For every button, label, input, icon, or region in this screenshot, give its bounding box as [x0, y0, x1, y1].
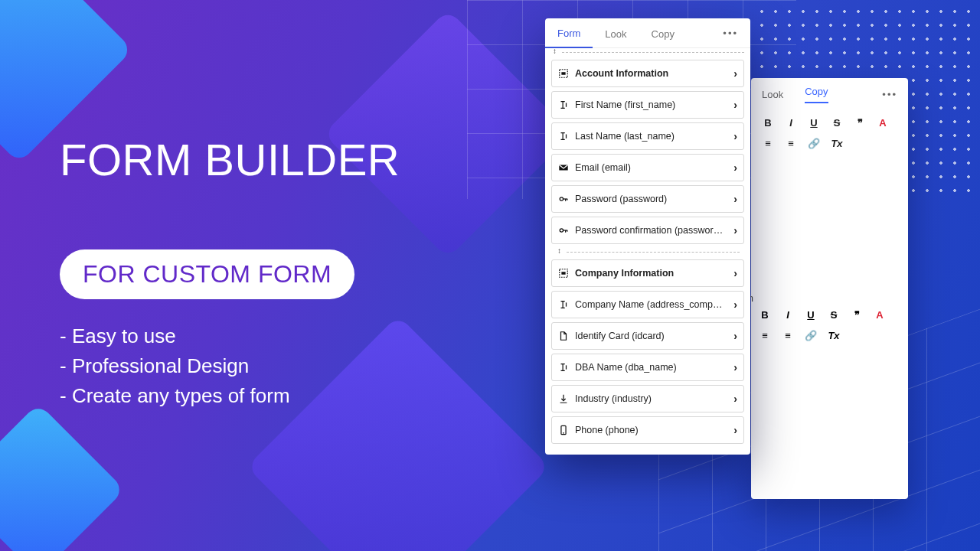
- chevron-right-icon: ›: [733, 224, 737, 236]
- list-icon[interactable]: ≡: [782, 330, 794, 341]
- field-label: Company Information: [575, 268, 727, 279]
- field-label: Industry (industry): [575, 393, 727, 404]
- tab-copy[interactable]: Copy: [805, 86, 828, 103]
- chevron-right-icon: ›: [733, 393, 737, 405]
- password-icon: [558, 194, 569, 204]
- chevron-right-icon: ›: [733, 99, 737, 111]
- field-row[interactable]: Password (password)›: [551, 185, 744, 213]
- svg-rect-20: [561, 272, 565, 275]
- italic-icon[interactable]: I: [785, 117, 797, 129]
- text-icon: [558, 299, 569, 310]
- svg-rect-1: [561, 72, 565, 75]
- field-row[interactable]: Email (email)›: [551, 154, 744, 181]
- field-label: Password confirmation (password_confirma…: [575, 225, 727, 236]
- italic-icon[interactable]: I: [782, 309, 794, 321]
- field-label: DBA Name (dba_name): [575, 362, 727, 373]
- select-icon: [558, 393, 569, 404]
- insert-handle[interactable]: [545, 48, 750, 56]
- field-row[interactable]: Industry (industry)›: [551, 385, 744, 412]
- chevron-right-icon: ›: [733, 424, 737, 436]
- chevron-right-icon: ›: [733, 130, 737, 142]
- text-icon: [558, 131, 569, 142]
- field-label: Password (password): [575, 194, 727, 204]
- bg-chevron: [247, 315, 550, 551]
- clear-format-icon[interactable]: Tx: [831, 138, 843, 149]
- insert-handle[interactable]: [550, 248, 746, 256]
- tab-look[interactable]: Look: [593, 19, 639, 47]
- password-icon: [558, 225, 569, 236]
- link-icon[interactable]: 🔗: [808, 138, 820, 149]
- field-label: Company Name (address_company): [575, 299, 727, 310]
- tabs-more-icon[interactable]: •••: [882, 89, 897, 100]
- form-builder-panel: Form Look Copy ••• Account Information›F…: [545, 18, 750, 455]
- underline-icon[interactable]: U: [805, 309, 817, 321]
- field-row[interactable]: Last Name (last_name)›: [551, 122, 744, 150]
- section-icon: [558, 68, 569, 79]
- align-icon[interactable]: ≡: [762, 138, 774, 149]
- chevron-right-icon: ›: [733, 267, 737, 279]
- file-icon: [558, 331, 569, 341]
- text-toolbar: B I U S ❞ A ≡ ≡ 🔗 Tx: [751, 108, 908, 158]
- tabs-more-icon[interactable]: •••: [715, 20, 746, 47]
- field-row[interactable]: First Name (first_name)›: [551, 91, 744, 119]
- email-icon: [558, 162, 569, 173]
- chevron-right-icon: ›: [733, 298, 737, 311]
- chevron-right-icon: ›: [733, 161, 737, 174]
- chevron-right-icon: ›: [733, 330, 737, 342]
- strike-icon[interactable]: S: [828, 309, 840, 321]
- bold-icon[interactable]: B: [759, 309, 771, 321]
- bullet-item: - Easy to use: [60, 321, 290, 351]
- text-toolbar: B I U S ❞ A ≡ ≡ 🔗 Tx: [759, 309, 908, 341]
- bullet-item: - Professional Design: [60, 351, 290, 381]
- field-row[interactable]: Identify Card (idcard)›: [551, 322, 744, 350]
- chevron-right-icon: ›: [733, 361, 737, 373]
- list-icon[interactable]: ≡: [785, 138, 797, 149]
- text-color-icon[interactable]: A: [877, 117, 889, 129]
- svg-point-11: [560, 197, 563, 201]
- field-row[interactable]: Company Name (address_company)›: [551, 291, 744, 318]
- field-label: First Name (first_name): [575, 99, 727, 110]
- bg-chevron: [0, 403, 125, 551]
- text-icon: [558, 362, 569, 373]
- section-header-row[interactable]: Account Information›: [551, 60, 744, 87]
- field-label: Last Name (last_name): [575, 131, 727, 142]
- field-label: Identify Card (idcard): [575, 331, 727, 341]
- chevron-right-icon: ›: [733, 193, 737, 205]
- field-label: Email (email): [575, 162, 727, 173]
- clear-format-icon[interactable]: Tx: [828, 330, 840, 341]
- chevron-right-icon: ›: [733, 67, 737, 80]
- feature-bullets: - Easy to use - Professional Design - Cr…: [60, 321, 290, 411]
- underline-icon[interactable]: U: [808, 117, 820, 129]
- page-subtitle-pill: FOR CUSTOM FORM: [60, 249, 354, 299]
- editor-panel-secondary: Look Copy ••• B I U S ❞ A ≡ ≡ 🔗 Tx tion …: [751, 78, 908, 499]
- phone-icon: [558, 425, 569, 435]
- field-row[interactable]: DBA Name (dba_name)›: [551, 354, 744, 381]
- field-row[interactable]: Phone (phone)›: [551, 416, 744, 444]
- strike-icon[interactable]: S: [831, 117, 843, 129]
- page-title: FORM BUILDER: [60, 134, 400, 185]
- svg-point-15: [560, 229, 563, 232]
- field-list: Account Information›First Name (first_na…: [545, 60, 750, 452]
- align-icon[interactable]: ≡: [759, 330, 771, 341]
- tab-look[interactable]: Look: [762, 89, 783, 100]
- field-label: Phone (phone): [575, 425, 727, 435]
- text-color-icon[interactable]: A: [874, 309, 886, 321]
- field-row[interactable]: Password confirmation (password_confirma…: [551, 217, 744, 244]
- tab-copy[interactable]: Copy: [639, 19, 687, 47]
- link-icon[interactable]: 🔗: [805, 330, 817, 341]
- section-header-row[interactable]: Company Information›: [551, 259, 744, 287]
- section-icon: [558, 268, 569, 279]
- text-icon: [558, 99, 569, 110]
- field-label: Account Information: [575, 68, 727, 79]
- bullet-item: - Create any types of form: [60, 381, 290, 411]
- quote-icon[interactable]: ❞: [851, 309, 863, 321]
- tab-form[interactable]: Form: [545, 18, 593, 48]
- quote-icon[interactable]: ❞: [854, 117, 866, 129]
- bold-icon[interactable]: B: [762, 117, 774, 129]
